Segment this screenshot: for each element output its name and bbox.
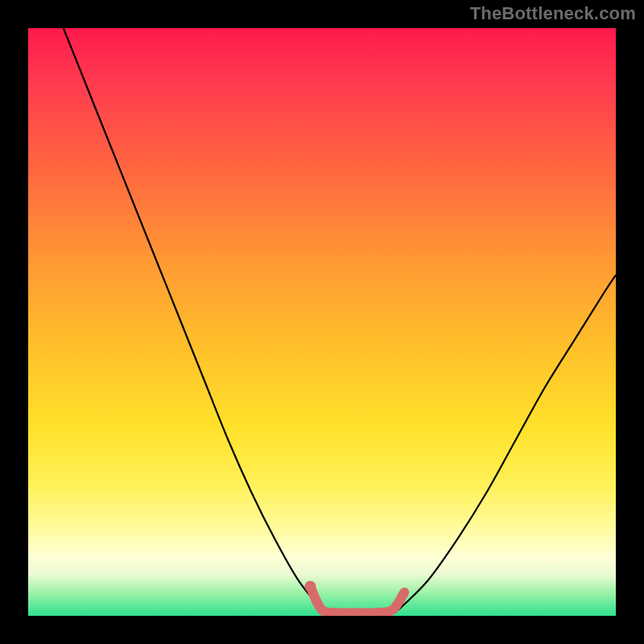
watermark: TheBottleneck.com — [470, 3, 636, 24]
chart-frame: TheBottleneck.com — [0, 0, 644, 644]
valley-highlight — [310, 587, 404, 613]
valley-dot — [304, 581, 316, 592]
plot-area — [28, 28, 616, 616]
curve-right-branch — [398, 275, 616, 610]
curve-left-branch — [64, 28, 322, 610]
chart-overlay — [28, 28, 616, 616]
